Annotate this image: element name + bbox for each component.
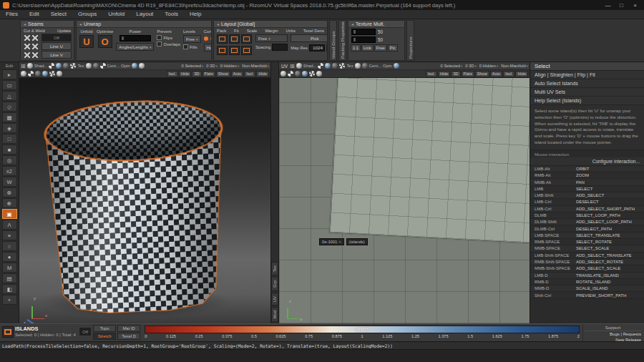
texture-mult-u-slider[interactable] <box>351 29 376 35</box>
filter-icon[interactable] <box>316 71 322 77</box>
rail-tool-icon[interactable]: □ <box>2 134 17 144</box>
filter-icon[interactable] <box>302 71 308 77</box>
rail-tool-icon[interactable]: ▤ <box>2 273 17 283</box>
viewport-status-dropdown[interactable]: 0 3D <box>465 64 477 68</box>
viewport-filter-button[interactable]: Auto <box>231 71 244 77</box>
rail-tool-icon[interactable]: M <box>2 263 17 273</box>
rail-tool-icon[interactable]: ◎ <box>2 155 17 165</box>
command-input[interactable]: LoadPath(ProcessTileSelection=false, Rec… <box>0 343 393 348</box>
shaded-mode-icon[interactable] <box>296 63 302 69</box>
uv-checker-icon[interactable] <box>339 63 345 69</box>
rail-tool-icon[interactable]: ▣ <box>2 209 17 219</box>
layout-grid-icon[interactable]: ⊞ <box>290 63 295 69</box>
rail-tool-icon[interactable]: ■ <box>2 145 17 155</box>
pack-icon[interactable] <box>217 34 228 44</box>
rail-tool-icon[interactable]: ▸ <box>2 69 17 79</box>
rail-tool-icon[interactable]: ⊗ <box>2 187 17 197</box>
viewport-filter-button[interactable]: Flats <box>462 71 474 77</box>
texture-c-icon[interactable] <box>100 63 106 69</box>
islands-off-button[interactable]: Off <box>79 328 91 336</box>
pin-icon[interactable] <box>210 36 212 41</box>
viewport-filter-button[interactable]: Hide <box>179 71 192 77</box>
texel-pick-button[interactable]: Pick <box>291 34 328 42</box>
mouse-binding-row[interactable]: RMB-D ROTATE_ISLAND <box>530 279 644 285</box>
packing-properties-tab[interactable]: Packing Properties | <box>338 20 346 61</box>
viewport-filter-button[interactable]: Isol. <box>503 71 514 77</box>
viewport-status-dropdown[interactable]: Non-Manifold <box>242 64 269 68</box>
mapres-field[interactable]: 1024 <box>309 44 325 52</box>
select-panel-item[interactable]: Align | Straighten | Flip | Fit <box>530 71 644 79</box>
select-panel-item[interactable]: Help Select (Islands) <box>530 97 644 105</box>
mouse-binding-row[interactable]: LMB-Ctrl ADD_SELECT_SHORT_PATH <box>530 206 644 212</box>
menu-item[interactable]: Tools <box>159 10 184 19</box>
pack-fit-icon[interactable] <box>229 34 240 44</box>
rail-tool-icon[interactable]: ≡ <box>2 230 17 240</box>
pack-group-icon[interactable] <box>217 46 228 55</box>
spacing-field[interactable] <box>272 44 288 51</box>
mouse-binding-row[interactable]: RMB-SPACE SELECT_ROTATE <box>530 239 644 245</box>
viewport-filter-button[interactable]: 3D <box>192 71 201 77</box>
stretch-tab[interactable]: Stretch <box>93 333 116 340</box>
side-panel-tab[interactable]: Mod <box>271 307 278 322</box>
texel-density-tab[interactable]: Texel D <box>117 333 140 340</box>
collapse-icon[interactable]: ◂ <box>351 21 353 26</box>
rail-tool-icon[interactable]: W <box>2 177 17 187</box>
island-groups-tab[interactable]: Island Groups <box>329 20 337 61</box>
mouse-binding-row[interactable]: DLMB-Ctrl DESELECT_PATH <box>530 225 644 232</box>
mouse-binding-row[interactable]: LMB-Shift ADD_SELECT <box>530 192 644 199</box>
filter-icon[interactable] <box>35 71 41 77</box>
layout-grid-icon[interactable]: ⊞ <box>21 63 26 69</box>
pack-tile-icon[interactable] <box>229 46 240 55</box>
filter-icon[interactable] <box>57 71 62 77</box>
viewport-filter-button[interactable]: Isol. <box>167 71 178 77</box>
viewport-filter-button[interactable]: Flats <box>203 71 215 77</box>
rail-tool-icon[interactable]: ◇ <box>2 102 17 112</box>
menu-item[interactable]: Layout <box>130 10 159 19</box>
power-slider[interactable] <box>119 35 151 41</box>
mouse-binding-row[interactable]: LMB-Ctrl DESELECT <box>530 199 644 205</box>
mouse-binding-row[interactable]: RMB-Shift-SPACE ADD_SELECT_ROTATE <box>530 259 644 265</box>
texture-a-icon[interactable] <box>355 63 361 69</box>
cut-edge-icon[interactable] <box>24 44 30 49</box>
viewport-splitter[interactable]: TexGrpUVMod <box>270 62 279 323</box>
filter-icon[interactable] <box>21 71 26 77</box>
rail-tool-icon[interactable]: Λ <box>2 220 17 230</box>
viewport-filter-button[interactable]: Hide <box>515 71 528 77</box>
checker-mode-icon[interactable] <box>49 63 54 69</box>
viewport-filter-button[interactable]: Hide <box>438 71 451 77</box>
topo-tab[interactable]: Topo <box>93 325 116 332</box>
texture-mult-v-slider[interactable] <box>351 36 376 43</box>
select-panel-item[interactable]: Multi UV Sets <box>530 88 644 97</box>
seams-off-button[interactable]: Off <box>42 34 72 41</box>
weld-icon[interactable] <box>32 35 38 41</box>
viewport-filter-button[interactable]: Isol. <box>244 71 255 77</box>
material-mode-icon[interactable] <box>56 63 62 69</box>
rail-tool-icon[interactable]: ◧ <box>2 284 17 294</box>
viewport-status-dropdown[interactable]: Non-Manifold <box>501 64 528 68</box>
pin-icon[interactable] <box>204 36 208 41</box>
islands-chip[interactable]: (islands) <box>346 238 368 245</box>
rail-tool-icon[interactable]: △ <box>2 91 17 101</box>
bugs-requests-link[interactable]: Bugs | Requests <box>585 331 641 337</box>
texture-mult-button[interactable]: 1:1 <box>351 44 361 52</box>
hide-button[interactable]: Hide <box>204 44 212 52</box>
filter-icon[interactable] <box>288 71 293 77</box>
material-mode-icon[interactable] <box>325 63 331 69</box>
close-icon[interactable]: × <box>338 240 341 244</box>
menu-item[interactable]: Help <box>184 10 207 19</box>
cut-loop-icon[interactable] <box>24 52 30 58</box>
mouse-binding-row[interactable]: DLMB-Shift ADD_SELECT_LOOP_PATH <box>530 219 644 225</box>
checker-mode-icon[interactable] <box>318 63 323 69</box>
rail-tool-icon[interactable]: ▦ <box>2 112 17 122</box>
flips-checkbox[interactable]: Flips <box>157 35 172 40</box>
filter-icon[interactable] <box>42 71 48 77</box>
rail-tool-icon[interactable]: ⊕ <box>2 198 17 208</box>
collapse-icon[interactable]: ◂ <box>24 21 26 26</box>
collapse-icon[interactable]: ◂ <box>217 21 219 26</box>
viewport-status-dropdown[interactable]: 0 Hidden <box>220 64 239 68</box>
viewport-status-dropdown[interactable]: 0 Selected <box>441 64 463 68</box>
side-panel-tab[interactable]: UV <box>271 293 278 305</box>
line-u-button[interactable]: Line U <box>42 42 72 50</box>
mouse-binding-row[interactable]: MMB-SPACE SELECT_SCALE <box>530 245 644 252</box>
select-panel-item[interactable]: Auto Select Islands <box>530 79 644 88</box>
